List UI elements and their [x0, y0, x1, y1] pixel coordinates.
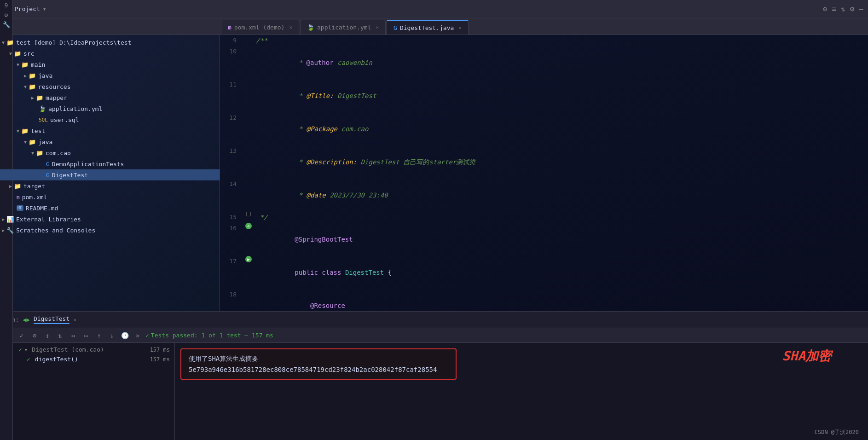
com-cao-arrow [31, 151, 34, 156]
child-test-time: 157 ms [150, 356, 170, 363]
tab-digest[interactable]: G DigestTest.java ✕ [387, 20, 469, 35]
target-folder-icon: 📁 [14, 183, 21, 190]
run-down-btn[interactable]: ↓ [107, 330, 117, 341]
run-sort-btn[interactable]: ↕ [42, 330, 52, 341]
code-text-14: * @date 2023/7/30 23:40 [254, 179, 868, 212]
src-folder-icon: 📁 [14, 50, 21, 57]
tree-java-test[interactable]: 📁 java [0, 136, 220, 147]
run-toolbar: ▶ ✓ ⊘ ↕ ⇅ ↤ ↦ ↑ ↓ 🕐 » ✓ Tests passed: 1 … [0, 328, 868, 343]
java-main-arrow [24, 73, 27, 78]
java-main-label: java [38, 72, 52, 79]
tree-mapper[interactable]: 📁 mapper [0, 92, 220, 103]
tree-digest-test[interactable]: G DigestTest [0, 169, 220, 180]
user-sql-icon: SQL [39, 117, 48, 123]
run-body: 9 ⚙ 🔧 ✓ DigestTest (com.cao) 157 ms ✓ di… [0, 343, 868, 440]
root-arrow [2, 40, 5, 45]
tab-pom-close[interactable]: ✕ [289, 24, 292, 30]
ext-libs-icon: 📊 [6, 216, 14, 223]
tab-digest-close[interactable]: ✕ [458, 25, 462, 31]
digest-test-label: DigestTest [52, 172, 88, 179]
tree-external-libs[interactable]: 📊 External Libraries [0, 214, 220, 225]
scratches-label: Scratches and Consoles [16, 227, 95, 234]
parent-expand-arrow [25, 347, 27, 352]
gutter-16: ✿ [243, 223, 254, 229]
test-arrow [17, 128, 19, 133]
expand-icon[interactable]: ⇅ [841, 5, 845, 13]
code-editor[interactable]: 9 /** 10 * @author caowenbin 11 * @Title… [220, 35, 868, 311]
run-expand-btn[interactable]: ↦ [81, 330, 91, 341]
main-arrow [17, 62, 19, 67]
tab-app[interactable]: 🍃 application.yml ✕ [300, 20, 386, 35]
test-item-child[interactable]: ✓ digestTest() 157 ms [16, 354, 173, 364]
code-text-15: */ [254, 212, 868, 223]
output-line-1: 使用了SHA算法生成摘要 [189, 355, 448, 363]
pom-label: pom.xml [22, 194, 47, 201]
tab-app-close[interactable]: ✕ [376, 24, 379, 30]
run-gutter-icon-17[interactable]: ▶ [245, 256, 252, 262]
tree-demo-app-tests[interactable]: G DemoApplicationTests [0, 158, 220, 169]
pom-icon: m [17, 194, 20, 200]
run-tab-close[interactable]: ✕ [73, 317, 76, 323]
run-stop-btn[interactable]: ⊘ [29, 330, 40, 341]
sidebar: 📁 test [demo] D:\IdeaProjects\test 📁 src… [0, 35, 220, 311]
root-folder-icon: 📁 [6, 39, 14, 46]
test-item-parent[interactable]: ✓ DigestTest (com.cao) 157 ms [16, 345, 173, 354]
run-collapse-btn[interactable]: ↤ [68, 330, 78, 341]
demo-java-icon: G [46, 161, 50, 168]
test-label: test [31, 127, 45, 134]
line-num-16: 16 [220, 223, 243, 234]
code-text-12: * @Package com.cao [254, 112, 868, 145]
code-line-16: 16 ✿ @SpringBootTest [220, 223, 868, 256]
tree-app-yml[interactable]: 🍃 application.yml [0, 103, 220, 114]
tree-com-cao[interactable]: 📁 com.cao [0, 147, 220, 158]
main-label: main [31, 61, 45, 68]
line-num-15: 15 [220, 212, 243, 223]
run-filter-btn[interactable]: ⇅ [55, 330, 65, 341]
tree-main[interactable]: 📁 main [0, 59, 220, 70]
code-text-10: * @author caowenbin [254, 46, 868, 79]
code-line-10: 10 * @author caowenbin [220, 46, 868, 79]
code-text-16: @SpringBootTest [254, 223, 868, 256]
tree-test[interactable]: 📁 test [0, 125, 220, 136]
line-num-12: 12 [220, 112, 243, 123]
run-more-btn[interactable]: » [133, 330, 143, 341]
tab-pom[interactable]: m pom.xml (demo) ✕ [221, 20, 299, 35]
settings-icon[interactable]: ⚙ [850, 5, 855, 13]
tree-pom[interactable]: m pom.xml [0, 191, 220, 203]
project-title-area: P Project ▾ [5, 6, 97, 13]
run-check-btn[interactable]: ✓ [17, 330, 27, 341]
code-text-9: /** [254, 35, 868, 46]
bottom-panel: Run: ◀▶ DigestTest ✕ ▶ ✓ ⊘ ↕ ⇅ ↤ ↦ ↑ ↓ 🕐… [0, 311, 868, 440]
run-clock-btn[interactable]: 🕐 [120, 330, 130, 341]
passed-text: Tests passed: 1 of 1 test – 157 ms [151, 332, 273, 339]
tree-target[interactable]: 📁 target [0, 180, 220, 191]
tab-bar: m pom.xml (demo) ✕ 🍃 application.yml ✕ G… [0, 18, 868, 35]
tree-scratches[interactable]: 🔧 Scratches and Consoles [0, 225, 220, 236]
tree-resources[interactable]: 📁 resources [0, 81, 220, 92]
tree-java-main[interactable]: 📁 java [0, 70, 220, 81]
tree-user-sql[interactable]: SQL user.sql [0, 114, 220, 125]
code-content: 9 /** 10 * @author caowenbin 11 * @Title… [220, 35, 868, 311]
add-bookmark-icon[interactable]: ⊕ [823, 5, 827, 13]
child-check-icon: ✓ [27, 356, 30, 363]
tab-app-icon: 🍃 [307, 24, 314, 31]
run-up-btn[interactable]: ↑ [94, 330, 104, 341]
scratches-arrow [2, 228, 5, 233]
readme-label: README.md [26, 205, 58, 212]
code-text-17: public class DigestTest { [254, 256, 868, 289]
tree-root[interactable]: 📁 test [demo] D:\IdeaProjects\test [0, 37, 220, 48]
tab-pom-label: pom.xml (demo) [234, 24, 285, 31]
tab-digest-label: DigestTest.java [400, 24, 454, 31]
tree-src[interactable]: 📁 src [0, 48, 220, 59]
gutter-15 [243, 212, 254, 216]
tree-readme[interactable]: MD README.md [0, 203, 220, 214]
line-num-18: 18 [220, 289, 243, 300]
resources-folder-icon: 📁 [29, 83, 36, 90]
code-line-12: 12 * @Package com.cao [220, 112, 868, 145]
line-num-11: 11 [220, 79, 243, 90]
minimize-icon[interactable]: — [859, 5, 863, 13]
collapse-icon[interactable]: ≡ [832, 5, 836, 13]
project-dropdown-icon[interactable]: ▾ [43, 6, 46, 12]
run-tab-digest[interactable]: DigestTest [34, 315, 69, 324]
line-num-9: 9 [220, 35, 243, 46]
